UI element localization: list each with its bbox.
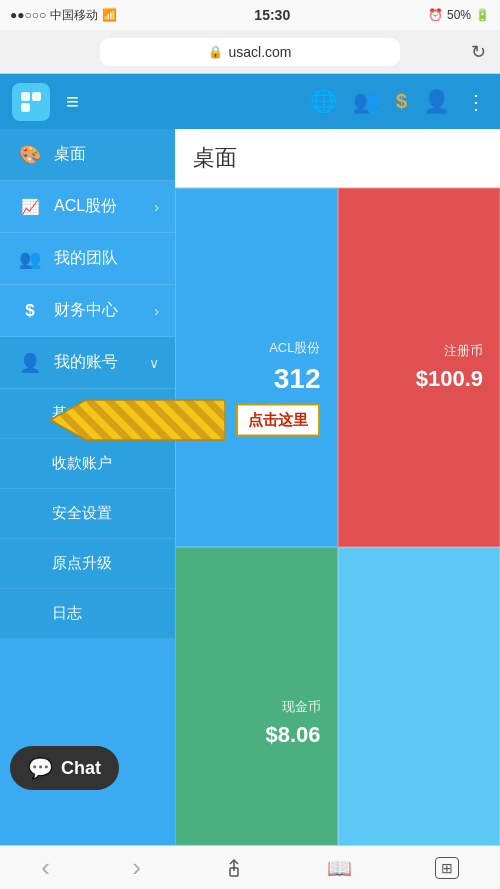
cash-coin-card-title: 现金币 [282,698,321,716]
battery-icon: 🔋 [475,8,490,22]
url-bar[interactable]: 🔒 usacl.com [100,38,400,66]
alarm-icon: ⏰ [428,8,443,22]
tabs-button[interactable]: ⊞ [435,857,459,879]
svg-marker-5 [50,400,225,440]
svg-rect-2 [21,103,30,112]
globe-icon[interactable]: 🌐 [310,89,337,115]
top-icons-area: 🌐 👥 $ 👤 ⋮ [175,74,500,129]
finance-icon: $ [16,301,44,321]
desktop-label: 桌面 [54,144,159,165]
my-team-icon: 👥 [16,248,44,270]
sidebar-item-my-team[interactable]: 👥 我的团队 [0,233,175,285]
empty-card [338,547,501,890]
status-left: ●●○○○ 中国移动 📶 [10,7,117,24]
chat-label: Chat [61,758,101,779]
chat-icon: 💬 [28,756,53,780]
finance-arrow: › [154,303,159,319]
lock-icon: 🔒 [208,45,223,59]
more-icon[interactable]: ⋮ [466,90,486,114]
share-button[interactable] [223,857,245,879]
subnav-origin-upgrade[interactable]: 原点升级 [0,539,175,589]
subnav-payment-account[interactable]: 收款账户 [0,439,175,489]
security-settings-label: 安全设置 [52,504,112,523]
wifi-icon: 📶 [102,8,117,22]
my-account-label: 我的账号 [54,352,149,373]
carrier-text: ●●○○○ 中国移动 [10,7,98,24]
sidebar-item-my-account[interactable]: 👤 我的账号 ∨ [0,337,175,389]
add-user-icon[interactable]: 👤 [423,89,450,115]
subnav-logs[interactable]: 日志 [0,589,175,639]
chat-button[interactable]: 💬 Chat [10,746,119,790]
acl-stock-icon: 📈 [16,198,44,216]
sidebar-item-acl-stock[interactable]: 📈 ACL股份 › [0,181,175,233]
status-right: ⏰ 50% 🔋 [428,8,490,22]
sidebar-header: ≡ [0,74,175,129]
my-account-arrow: ∨ [149,355,159,371]
browser-bar: 🔒 usacl.com ↻ [0,30,500,74]
header-row: ≡ 🌐 👥 $ 👤 ⋮ [0,74,500,129]
main-content: 桌面 ACL股份 312 注册币 $100.9 现金币 $8.06 [175,129,500,889]
svg-rect-0 [21,92,30,101]
arrow-svg [50,396,225,444]
url-text: usacl.com [228,44,291,60]
hamburger-button[interactable]: ≡ [66,89,79,115]
subnav-security-settings[interactable]: 安全设置 [0,489,175,539]
register-coin-card: 注册币 $100.9 [338,188,501,547]
time-display: 15:30 [254,7,290,23]
register-coin-card-value: $100.9 [416,366,483,392]
my-account-icon: 👤 [16,352,44,374]
acl-stock-card-title: ACL股份 [269,339,320,357]
cards-grid: ACL股份 312 注册币 $100.9 现金币 $8.06 [175,188,500,889]
svg-rect-1 [32,92,41,101]
status-bar: ●●○○○ 中国移动 📶 15:30 ⏰ 50% 🔋 [0,0,500,30]
acl-stock-arrow: › [154,199,159,215]
acl-stock-card: ACL股份 312 [175,188,338,547]
origin-upgrade-label: 原点升级 [52,554,112,573]
logo[interactable] [12,83,50,121]
logs-label: 日志 [52,604,82,623]
dollar-icon[interactable]: $ [396,90,407,113]
forward-button[interactable]: › [132,852,141,883]
back-button[interactable]: ‹ [41,852,50,883]
bookmarks-button[interactable]: 📖 [327,856,352,880]
battery-text: 50% [447,8,471,22]
acl-stock-card-value: 312 [274,363,321,395]
cash-coin-card-value: $8.06 [265,722,320,748]
bottom-nav: ‹ › 📖 ⊞ [0,845,500,889]
acl-stock-label: ACL股份 [54,196,154,217]
team-icon[interactable]: 👥 [353,89,380,115]
finance-label: 财务中心 [54,300,154,321]
annotation-arrow: 点击这里 [50,396,225,444]
desktop-icon: 🎨 [16,144,44,166]
cash-coin-card: 现金币 $8.06 [175,547,338,890]
sidebar-item-desktop[interactable]: 🎨 桌面 [0,129,175,181]
annotation-label: 点击这里 [236,404,320,437]
content-title: 桌面 [175,129,500,188]
my-team-label: 我的团队 [54,248,159,269]
refresh-button[interactable]: ↻ [471,41,486,63]
page-title: 桌面 [193,145,237,170]
sidebar-item-finance[interactable]: $ 财务中心 › [0,285,175,337]
register-coin-card-title: 注册币 [444,342,483,360]
payment-account-label: 收款账户 [52,454,112,473]
